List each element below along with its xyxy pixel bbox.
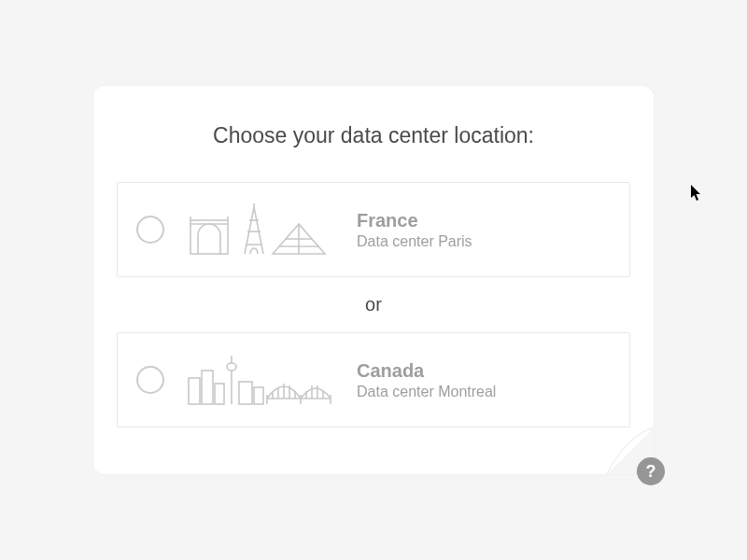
radio-france[interactable]: [136, 216, 164, 244]
svg-rect-17: [254, 387, 263, 404]
cursor-icon: [691, 185, 704, 205]
svg-point-14: [227, 363, 236, 371]
option-canada-text: Canada Data center Montreal: [357, 359, 496, 400]
svg-rect-0: [190, 220, 228, 254]
card-title: Choose your data center location:: [112, 123, 635, 148]
option-canada-subtitle: Data center Montreal: [357, 384, 496, 400]
option-france[interactable]: France Data center Paris: [117, 182, 630, 277]
svg-rect-11: [189, 378, 200, 404]
option-france-text: France Data center Paris: [357, 209, 472, 250]
canada-skyline-icon: [185, 354, 334, 406]
france-skyline-icon: [185, 203, 334, 256]
radio-canada[interactable]: [136, 366, 164, 394]
help-button[interactable]: ?: [637, 457, 665, 485]
svg-rect-12: [202, 371, 213, 404]
option-france-title: France: [357, 209, 472, 231]
location-chooser-card: Choose your data center location:: [93, 86, 654, 474]
help-icon: ?: [646, 462, 656, 482]
svg-rect-13: [215, 384, 224, 404]
option-canada-title: Canada: [357, 359, 496, 382]
option-canada[interactable]: Canada Data center Montreal: [117, 332, 630, 427]
svg-rect-16: [239, 382, 252, 404]
divider-text: or: [112, 294, 635, 315]
option-france-subtitle: Data center Paris: [357, 233, 472, 250]
